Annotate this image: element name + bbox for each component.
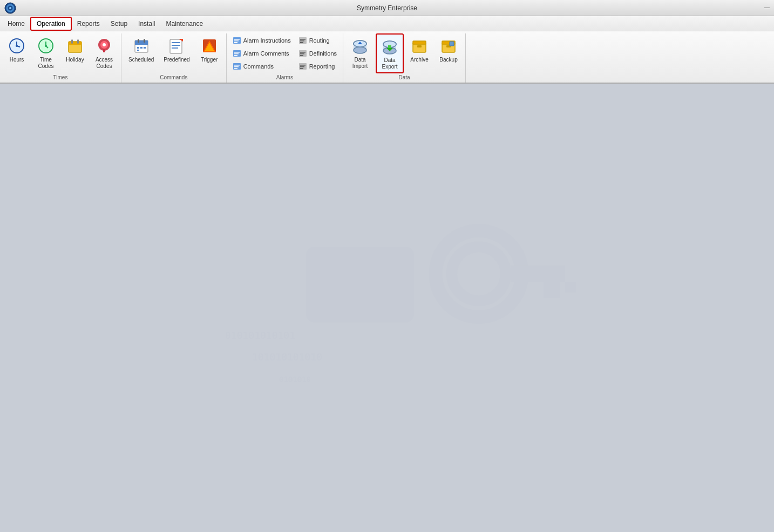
svg-rect-78 <box>450 42 454 46</box>
predefined-label: Predefined <box>164 57 189 63</box>
predefined-button[interactable]: Predefined <box>160 33 193 66</box>
data-export-button[interactable]: DataExport <box>376 33 404 73</box>
watermark: 010101010101 101010101010 0101010 <box>198 166 576 438</box>
access-codes-button[interactable]: AccessCodes <box>91 33 118 72</box>
menu-operation[interactable]: Operation <box>30 17 72 31</box>
hours-icon <box>7 36 26 56</box>
times-group-label: Times <box>3 73 118 81</box>
menu-setup[interactable]: Setup <box>105 18 133 30</box>
svg-rect-47 <box>234 66 239 67</box>
holiday-button[interactable]: Holiday <box>62 33 89 66</box>
trigger-icon <box>200 36 219 56</box>
definitions-button[interactable]: Definitions <box>296 47 340 59</box>
routing-icon <box>298 36 307 45</box>
archive-button[interactable]: Archive <box>406 33 433 66</box>
svg-rect-52 <box>300 42 303 43</box>
svg-rect-32 <box>172 47 178 49</box>
svg-rect-82 <box>511 266 565 282</box>
data-import-button[interactable]: DataImport <box>347 33 374 72</box>
menu-home[interactable]: Home <box>2 18 30 30</box>
svg-rect-28 <box>144 39 145 43</box>
trigger-label: Trigger <box>201 57 218 63</box>
archive-label: Archive <box>410 57 428 63</box>
svg-point-19 <box>103 43 106 46</box>
alarms-group-label: Alarms <box>230 73 340 81</box>
scheduled-button[interactable]: Scheduled <box>125 33 158 66</box>
commands-small-label: Commands <box>243 63 274 70</box>
svg-rect-26 <box>137 50 139 51</box>
holiday-icon <box>65 36 85 56</box>
time-codes-label: TimeCodes <box>38 57 54 70</box>
alarms-col-left: Alarm Instructions Alarm Comments <box>230 33 294 72</box>
menu-reports[interactable]: Reports <box>72 18 105 30</box>
scheduled-icon <box>132 36 151 56</box>
svg-point-81 <box>452 247 506 301</box>
time-codes-button[interactable]: TimeCodes <box>32 33 59 72</box>
trigger-button[interactable]: Trigger <box>196 33 223 66</box>
svg-rect-22 <box>135 40 148 45</box>
main-area: 010101010101 101010101010 0101010 <box>0 84 774 520</box>
backup-button[interactable]: Backup <box>435 33 462 66</box>
routing-label: Routing <box>309 37 330 44</box>
svg-point-12 <box>45 45 47 47</box>
ribbon-group-times: Hours TimeCodes <box>0 33 121 83</box>
svg-rect-48 <box>234 68 237 69</box>
svg-point-7 <box>16 45 18 47</box>
menu-install[interactable]: Install <box>133 18 160 30</box>
svg-rect-79 <box>306 247 414 323</box>
commands-small-icon <box>233 62 241 71</box>
minimize-button[interactable]: — <box>764 4 770 10</box>
svg-rect-84 <box>565 282 576 293</box>
ribbon: Hours TimeCodes <box>0 31 774 84</box>
menu-maintenance[interactable]: Maintenance <box>160 18 208 30</box>
ribbon-group-data: DataImport DataExport <box>343 33 466 83</box>
reporting-button[interactable]: Reporting <box>296 60 340 72</box>
backup-label: Backup <box>439 57 457 63</box>
alarms-col-right: Routing Definitions <box>296 33 340 72</box>
svg-rect-15 <box>71 39 73 44</box>
predefined-icon <box>167 36 186 56</box>
svg-rect-30 <box>172 42 180 43</box>
svg-rect-54 <box>300 52 305 53</box>
data-import-icon <box>350 36 370 56</box>
svg-rect-59 <box>300 66 304 67</box>
reporting-icon <box>298 62 307 71</box>
alarm-comments-button[interactable]: Alarm Comments <box>230 47 294 59</box>
backup-icon <box>439 36 458 56</box>
svg-rect-40 <box>234 42 237 43</box>
svg-rect-43 <box>234 53 239 54</box>
svg-rect-50 <box>300 39 305 40</box>
svg-point-63 <box>354 47 366 53</box>
svg-rect-51 <box>300 40 304 42</box>
svg-rect-83 <box>544 282 560 298</box>
alarm-comments-label: Alarm Comments <box>243 50 289 57</box>
scheduled-label: Scheduled <box>128 57 154 63</box>
commands-group-label: Commands <box>125 73 223 81</box>
svg-rect-60 <box>300 68 303 69</box>
svg-rect-31 <box>172 45 180 46</box>
app-title: Symmetry Enterprise <box>357 4 417 12</box>
data-group-label: Data <box>347 73 462 81</box>
svg-rect-58 <box>300 65 305 66</box>
svg-rect-16 <box>77 39 79 44</box>
times-content: Hours TimeCodes <box>3 33 118 73</box>
svg-rect-73 <box>413 41 426 44</box>
svg-point-80 <box>436 231 522 317</box>
commands-small-button[interactable]: Commands <box>230 60 294 72</box>
routing-button[interactable]: Routing <box>296 35 340 46</box>
ribbon-group-commands: Scheduled Predefined <box>121 33 227 83</box>
svg-text:010101010101: 010101010101 <box>225 330 295 341</box>
svg-rect-74 <box>417 45 422 47</box>
data-content: DataImport DataExport <box>347 33 462 73</box>
svg-rect-23 <box>137 47 139 49</box>
svg-point-2 <box>9 7 11 9</box>
definitions-icon <box>298 49 307 58</box>
commands-content: Scheduled Predefined <box>125 33 223 73</box>
hours-button[interactable]: Hours <box>3 33 30 66</box>
alarm-instructions-button[interactable]: Alarm Instructions <box>230 35 294 46</box>
alarm-comments-icon <box>233 49 241 58</box>
menu-bar: Home Operation Reports Setup Install Mai… <box>0 16 774 31</box>
svg-rect-42 <box>234 52 240 53</box>
svg-rect-39 <box>234 40 239 42</box>
svg-rect-46 <box>234 65 240 66</box>
